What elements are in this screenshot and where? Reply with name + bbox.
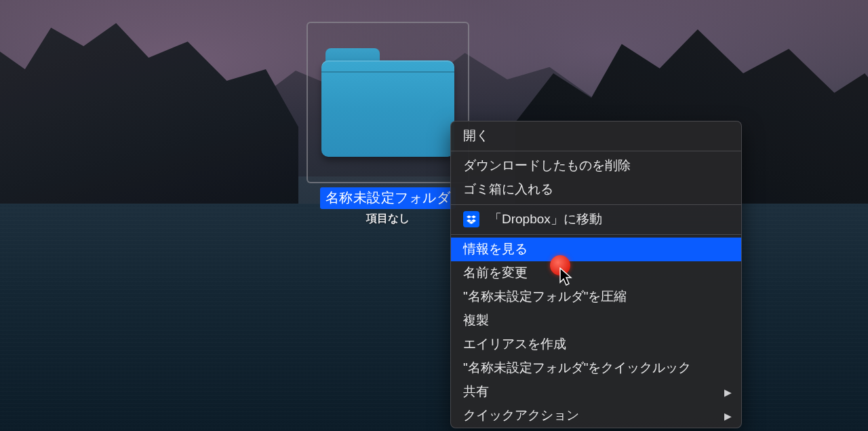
menu-share-label: 共有 [463,383,489,400]
menu-share[interactable]: 共有 ▶ [451,380,741,404]
menu-separator [451,234,741,235]
desktop-wallpaper: 名称未設定フォルダ 項目なし 開く ダウンロードしたものを削除 ゴミ箱に入れる … [0,0,868,431]
chevron-right-icon: ▶ [724,387,732,398]
menu-make-alias[interactable]: エイリアスを作成 [451,333,741,356]
menu-trash-label: ゴミ箱に入れる [463,181,553,198]
menu-quick-actions-label: クイックアクション [463,407,579,424]
menu-remove-download-label: ダウンロードしたものを削除 [463,157,631,174]
menu-move-to-trash[interactable]: ゴミ箱に入れる [451,178,741,202]
menu-rename[interactable]: 名前を変更 [451,261,741,285]
menu-duplicate[interactable]: 複製 [451,309,741,333]
folder-subtitle: 項目なし [307,212,469,226]
menu-separator [451,151,741,151]
menu-open-label: 開く [463,127,489,145]
menu-dropbox-label: 「Dropbox」に移動 [489,210,602,228]
selected-folder[interactable] [307,22,469,183]
menu-get-info-label: 情報を見る [463,240,528,258]
click-indicator [550,255,570,276]
menu-separator [451,204,741,205]
menu-get-info[interactable]: 情報を見る [451,238,741,261]
menu-quick-actions[interactable]: クイックアクション ▶ [451,404,741,428]
menu-quick-look[interactable]: "名称未設定フォルダ"をクイックルック [451,356,741,380]
folder-label-block: 名称未設定フォルダ 項目なし [307,187,469,226]
menu-compress-label: "名称未設定フォルダ"を圧縮 [463,288,627,305]
menu-compress[interactable]: "名称未設定フォルダ"を圧縮 [451,285,741,309]
menu-open[interactable]: 開く [451,124,741,148]
folder-icon [321,48,454,157]
menu-rename-label: 名前を変更 [463,264,528,282]
menu-move-to-dropbox[interactable]: 「Dropbox」に移動 [451,208,741,231]
menu-quick-look-label: "名称未設定フォルダ"をクイックルック [463,359,692,377]
dropbox-icon [463,211,479,227]
wallpaper-mountain [0,0,298,231]
context-menu: 開く ダウンロードしたものを削除 ゴミ箱に入れる 「Dropbox」に移動 情報… [450,121,742,428]
menu-remove-download[interactable]: ダウンロードしたものを削除 [451,154,741,178]
menu-duplicate-label: 複製 [463,312,489,329]
menu-make-alias-label: エイリアスを作成 [463,335,566,353]
folder-name[interactable]: 名称未設定フォルダ [320,187,456,209]
chevron-right-icon: ▶ [724,411,732,421]
